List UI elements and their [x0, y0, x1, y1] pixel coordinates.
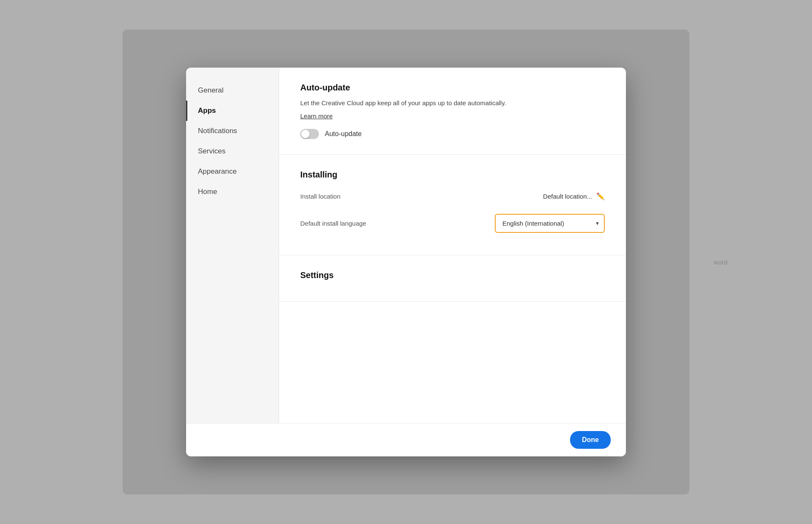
sidebar: General Apps Notifications Services Appe…: [186, 68, 279, 423]
content-area: Auto-update Let the Creative Cloud app k…: [279, 68, 626, 423]
install-location-value: Default location... ✏️: [543, 192, 605, 200]
sidebar-item-notifications[interactable]: Notifications: [186, 121, 279, 141]
outer-container: word General Apps Notifications Services…: [123, 30, 689, 494]
installing-section: Installing Install location Default loca…: [279, 155, 626, 255]
password-hint: word: [713, 259, 727, 266]
auto-update-toggle-row: Auto-update: [300, 129, 605, 139]
sidebar-item-apps[interactable]: Apps: [186, 101, 279, 121]
preferences-dialog: General Apps Notifications Services Appe…: [186, 68, 626, 456]
sidebar-item-home[interactable]: Home: [186, 182, 279, 202]
toggle-knob: [301, 130, 310, 138]
dialog-footer: Done: [186, 423, 626, 456]
auto-update-section: Auto-update Let the Creative Cloud app k…: [279, 68, 626, 155]
install-location-label: Install location: [300, 193, 340, 200]
sidebar-item-general[interactable]: General: [186, 80, 279, 101]
auto-update-description: Let the Creative Cloud app keep all of y…: [300, 98, 605, 108]
default-language-label: Default install language: [300, 220, 366, 227]
learn-more-link[interactable]: Learn more: [300, 112, 333, 120]
language-select-wrapper: English (International) English (US) Fre…: [495, 214, 605, 233]
edit-location-icon[interactable]: ✏️: [596, 192, 605, 200]
install-location-row: Install location Default location... ✏️: [300, 186, 605, 207]
installing-title: Installing: [300, 170, 605, 180]
language-select[interactable]: English (International) English (US) Fre…: [496, 215, 604, 232]
sidebar-item-appearance[interactable]: Appearance: [186, 161, 279, 182]
dialog-body: General Apps Notifications Services Appe…: [186, 68, 626, 423]
settings-section: Settings: [279, 255, 626, 302]
auto-update-title: Auto-update: [300, 83, 605, 93]
default-language-row: Default install language English (Intern…: [300, 207, 605, 240]
auto-update-toggle[interactable]: [300, 129, 319, 139]
done-button[interactable]: Done: [570, 431, 611, 449]
auto-update-toggle-label: Auto-update: [325, 130, 362, 138]
settings-title: Settings: [300, 270, 605, 280]
sidebar-item-services[interactable]: Services: [186, 141, 279, 161]
